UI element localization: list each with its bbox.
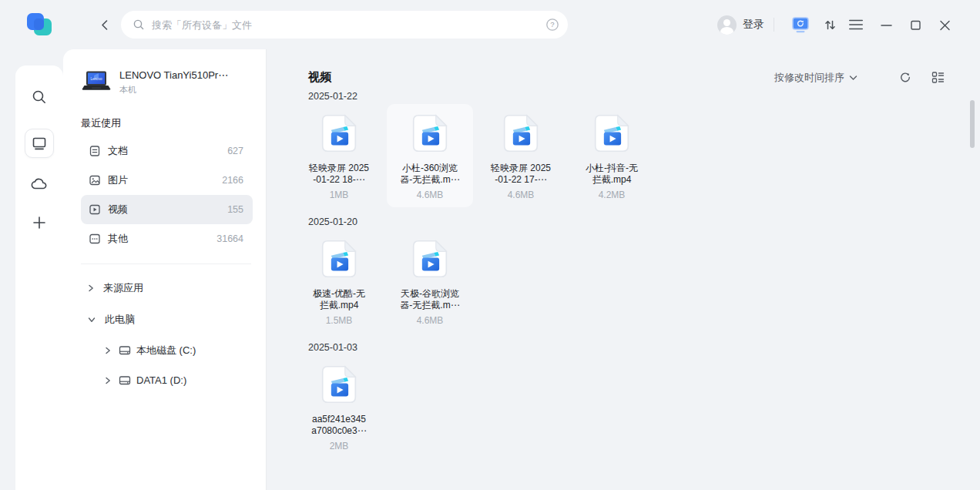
file-name: 小杜-抖音-无 拦截.mp4 <box>569 163 655 186</box>
rail-device-button[interactable] <box>25 129 54 158</box>
refresh-button[interactable] <box>898 70 912 85</box>
recent-section-label: 最近使用 <box>81 116 253 130</box>
sidebar-category-item[interactable]: 其他 31664 <box>81 224 253 253</box>
file-size: 2MB <box>296 441 382 458</box>
back-button[interactable] <box>97 17 113 33</box>
search-input[interactable] <box>152 19 545 31</box>
document-icon <box>89 145 101 157</box>
svg-text:Lenovo: Lenovo <box>90 77 102 81</box>
file-size: 4.6MB <box>387 315 473 333</box>
rail-search-button[interactable] <box>31 89 48 106</box>
menu-icon <box>849 19 863 30</box>
file-name: 小杜-360浏览 器-无拦截.m⋯ <box>387 163 473 186</box>
file-item[interactable]: 轻映录屏 2025 -01-22 17-⋯ 4.6MB <box>478 104 564 207</box>
sidebar-category-item[interactable]: 视频 155 <box>81 195 253 224</box>
file-name: 轻映录屏 2025 -01-22 17-⋯ <box>478 163 564 186</box>
tree-drive-item[interactable]: DATA1 (D:) <box>81 365 253 395</box>
laptop-thumbnail: Lenovo <box>81 69 112 94</box>
view-toggle-icon <box>931 71 945 84</box>
file-name: aa5f241e345 a7080c0e3⋯ <box>296 414 382 437</box>
file-item[interactable]: 天极-谷歌浏览 器-无拦截.m⋯ 4.6MB <box>387 230 473 333</box>
category-count: 31664 <box>216 233 243 244</box>
cloud-icon <box>30 176 49 192</box>
rail-add-button[interactable] <box>32 215 47 230</box>
close-icon <box>939 19 951 31</box>
sort-label: 按修改时间排序 <box>774 71 844 85</box>
video-file-icon <box>315 109 363 157</box>
refresh-icon <box>898 71 911 84</box>
menu-button[interactable] <box>847 18 864 32</box>
search-icon <box>31 89 48 106</box>
file-item[interactable]: 极速-优酷-无 拦截.mp4 1.5MB <box>296 230 382 333</box>
video-icon <box>89 203 101 216</box>
category-count: 155 <box>227 204 243 215</box>
video-file-icon <box>315 361 363 408</box>
maximize-button[interactable] <box>908 18 923 32</box>
sidebar-category-item[interactable]: 文档 627 <box>81 136 253 166</box>
left-rail <box>15 65 63 490</box>
minimize-icon <box>881 19 892 31</box>
file-item[interactable]: aa5f241e345 a7080c0e3⋯ 2MB <box>296 355 382 458</box>
transfer-icon <box>824 18 837 32</box>
date-group-label: 2025-01-03 <box>308 342 980 353</box>
plus-icon <box>32 215 47 230</box>
chevron-right-icon <box>104 376 112 385</box>
file-item[interactable]: 轻映录屏 2025 -01-22 18-⋯ 1MB <box>296 104 382 207</box>
minimize-button[interactable] <box>879 18 894 32</box>
file-name: 极速-优酷-无 拦截.mp4 <box>296 288 382 311</box>
app-logo-icon <box>25 10 54 39</box>
sidebar-category-item[interactable]: 图片 2166 <box>81 166 253 195</box>
file-size: 1MB <box>296 190 382 207</box>
category-label: 文档 <box>108 144 128 158</box>
topbar-divider <box>774 18 774 32</box>
date-group-label: 2025-01-22 <box>308 91 980 102</box>
date-group: 2025-01-22 轻映录屏 2025 -01-22 18-⋯ 1MB 小杜-… <box>308 91 980 207</box>
file-item[interactable]: 小杜-抖音-无 拦截.mp4 4.2MB <box>569 104 655 207</box>
svg-text:?: ? <box>550 20 554 29</box>
chevron-right-icon <box>104 346 112 355</box>
transfer-list-button[interactable] <box>822 17 838 33</box>
tree-root-item[interactable]: 来源应用 <box>81 272 253 304</box>
category-count: 627 <box>227 146 243 156</box>
content-area: 视频 按修改时间排序 <box>266 49 980 490</box>
device-sync-icon <box>791 16 810 34</box>
device-sync-button[interactable] <box>790 15 811 35</box>
tree-drive-item[interactable]: 本地磁盘 (C:) <box>81 335 253 365</box>
sidebar-divider <box>81 263 251 264</box>
page-title: 视频 <box>308 70 331 85</box>
close-button[interactable] <box>938 18 952 32</box>
rail-cloud-button[interactable] <box>30 176 49 192</box>
date-group: 2025-01-03 aa5f241e345 a7080c0e3⋯ 2MB <box>308 342 980 458</box>
search-bar[interactable]: ? <box>121 11 568 39</box>
file-groups: 2025-01-22 轻映录屏 2025 -01-22 18-⋯ 1MB 小杜-… <box>308 91 980 458</box>
device-item[interactable]: Lenovo LENOVO TianYi510Pr⋯ 本机 <box>81 69 253 96</box>
video-file-icon <box>406 235 454 283</box>
device-name: LENOVO TianYi510Pr⋯ <box>119 69 228 81</box>
date-group: 2025-01-20 极速-优酷-无 拦截.mp4 1.5MB 天极-谷歌浏览 … <box>308 216 980 333</box>
chevron-down-icon <box>849 75 858 81</box>
file-name: 天极-谷歌浏览 器-无拦截.m⋯ <box>387 288 473 311</box>
other-icon <box>89 233 101 245</box>
category-label: 其他 <box>108 232 128 246</box>
image-icon <box>89 174 101 186</box>
view-toggle-button[interactable] <box>931 70 945 85</box>
video-icon <box>89 203 101 216</box>
avatar-icon[interactable] <box>717 15 737 35</box>
file-size: 1.5MB <box>296 315 382 333</box>
sort-dropdown[interactable]: 按修改时间排序 <box>774 71 858 85</box>
file-item[interactable]: 小杜-360浏览 器-无拦截.m⋯ 4.6MB <box>387 104 473 207</box>
video-file-icon <box>315 235 363 283</box>
video-file-icon <box>406 109 454 157</box>
image-icon <box>89 174 101 186</box>
ellipsis-icon <box>89 233 101 245</box>
category-count: 2166 <box>222 175 243 186</box>
topbar: ? 登录 <box>0 0 980 49</box>
tree-root-item[interactable]: 此电脑 <box>81 304 253 335</box>
topbar-right: 登录 <box>717 15 952 35</box>
video-file-icon <box>497 109 545 157</box>
login-button[interactable]: 登录 <box>743 18 764 32</box>
chevron-down-icon <box>87 316 96 324</box>
help-icon[interactable]: ? <box>545 18 559 32</box>
scrollbar-thumb[interactable] <box>970 100 975 148</box>
back-icon <box>99 18 112 32</box>
